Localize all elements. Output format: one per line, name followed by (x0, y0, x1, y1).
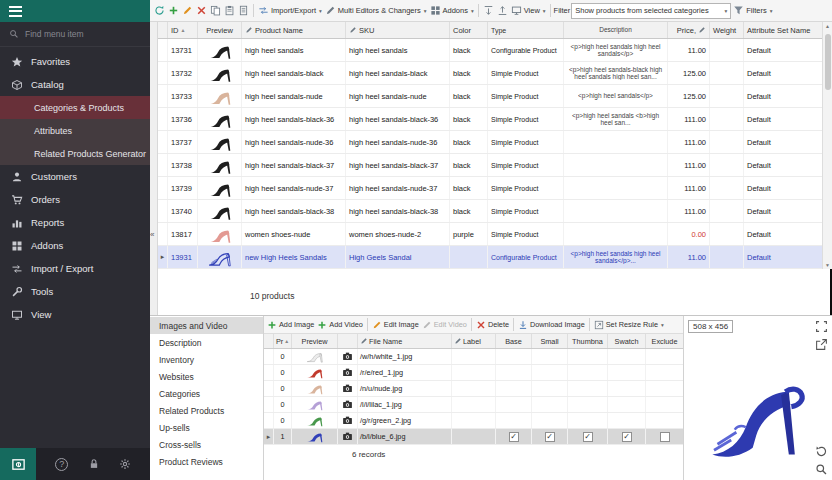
sidebar-item-categories-products[interactable]: Categories & Products (0, 96, 150, 119)
col-product-name[interactable]: Product Name (242, 22, 346, 38)
paste-button[interactable] (223, 4, 236, 17)
table-row[interactable]: 13737high heel sandals-nude-36high heel … (158, 131, 822, 154)
collapse-all-button[interactable] (496, 4, 509, 17)
image-row[interactable]: 0/g/r/green_2.jpg (264, 413, 683, 429)
delete-image-button[interactable]: Delete (475, 319, 510, 331)
image-row[interactable]: ▸1/b/l/blue_6.jpg✓✓✓✓ (264, 429, 683, 445)
col-label[interactable]: Label (452, 334, 496, 348)
table-row[interactable]: 13736high heel sandals-black-36high heel… (158, 108, 822, 131)
view-menu[interactable]: View▾ (510, 4, 547, 17)
multi-editors-menu[interactable]: Multi Editors & Changers▾ (324, 4, 428, 17)
image-row[interactable]: 0/n/u/nude.jpg (264, 381, 683, 397)
add-image-button[interactable]: Add Image (266, 319, 315, 331)
sidebar-item-reports[interactable]: Reports (0, 211, 150, 234)
tab-images-and-video[interactable]: Images and Video (150, 317, 263, 334)
sidebar-item-tools[interactable]: Tools (0, 280, 150, 303)
gear-icon[interactable] (119, 458, 131, 470)
tab-cross-sells[interactable]: Cross-sells (150, 436, 263, 453)
help-icon[interactable]: ? (55, 458, 68, 471)
col-id[interactable]: ID▲ (168, 22, 198, 38)
category-filter-select[interactable]: Show products from selected categories▾ (571, 3, 731, 19)
import-export-menu[interactable]: Import/Export▾ (257, 4, 323, 17)
col-description[interactable]: Description (564, 22, 668, 38)
expand-all-button[interactable] (482, 4, 495, 17)
tab-up-sells[interactable]: Up-sells (150, 419, 263, 436)
scroll-up-icon[interactable]: ▲ (823, 23, 832, 29)
col-image-preview[interactable]: Preview (292, 334, 338, 348)
checkbox[interactable] (660, 432, 670, 442)
tab-inventory[interactable]: Inventory (150, 351, 263, 368)
monitor-icon (511, 5, 522, 16)
table-row[interactable]: 13817women shoes-nudewomen shoes-nude-2p… (158, 223, 822, 246)
sidebar-item-addons[interactable]: Addons (0, 234, 150, 257)
sidebar-item-import-export[interactable]: Import / Export (0, 257, 150, 280)
col-position[interactable]: Pr▲ (274, 334, 292, 348)
hamburger-menu-icon[interactable] (9, 6, 22, 17)
table-row[interactable]: 13740high heel sandals-black-38high heel… (158, 200, 822, 223)
sidebar-item-orders[interactable]: Orders (0, 188, 150, 211)
cell-price: 11.00 (668, 39, 710, 61)
image-row[interactable]: 0/w/h/white_1.jpg (264, 349, 683, 365)
columns-button[interactable] (237, 4, 250, 17)
image-row[interactable]: 0/r/e/red_1.jpg (264, 365, 683, 381)
sidebar-item-catalog[interactable]: Catalog (0, 73, 150, 96)
col-exclude[interactable]: Exclude (646, 334, 683, 348)
col-color[interactable]: Color (450, 22, 488, 38)
set-resize-rule-button[interactable]: Set Resize Rule▾ (593, 319, 665, 331)
add-video-button[interactable]: Add Video (316, 319, 364, 331)
grid-scrollbar[interactable]: ▲ ▼ (822, 22, 832, 269)
col-file-name[interactable]: File Name (358, 334, 452, 348)
table-row[interactable]: 13738high heel sandals-black-37high heel… (158, 154, 822, 177)
delete-product-button[interactable] (195, 4, 208, 17)
filters-button[interactable]: Filters▾ (732, 4, 773, 17)
col-sku[interactable]: SKU (346, 22, 450, 38)
checkbox[interactable]: ✓ (583, 432, 593, 442)
col-weight[interactable]: Weight (710, 22, 744, 38)
image-row[interactable]: 0/l/i/lilac_1.jpg (264, 397, 683, 413)
open-external-icon[interactable] (815, 338, 828, 351)
table-row[interactable]: 13731high heel sandalshigh heel sandalsb… (158, 39, 822, 62)
col-preview[interactable]: Preview (198, 22, 242, 38)
col-base[interactable]: Base (496, 334, 532, 348)
table-row[interactable]: 13733high heel sandals-nudehigh heel san… (158, 85, 822, 108)
col-attribute-set[interactable]: Attribute Set Name (744, 22, 822, 38)
col-type[interactable]: Type (488, 22, 564, 38)
table-row[interactable]: 13732high heel sandals-blackhigh heel sa… (158, 62, 822, 85)
add-product-button[interactable] (167, 4, 180, 17)
table-row[interactable]: ▸13931new High Heels SandalsHigh Geels S… (158, 246, 822, 269)
rotate-icon[interactable] (815, 445, 828, 458)
download-image-button[interactable]: Download Image (517, 319, 586, 331)
refresh-button[interactable] (153, 4, 166, 17)
lock-icon[interactable] (88, 458, 100, 470)
tab-websites[interactable]: Websites (150, 368, 263, 385)
tab-related-products[interactable]: Related Products (150, 402, 263, 419)
collapse-panel-handle[interactable]: « (150, 22, 158, 315)
checkbox[interactable]: ✓ (545, 432, 555, 442)
sidebar-item-customers[interactable]: Customers (0, 165, 150, 188)
store-button[interactable] (0, 448, 36, 480)
col-swatch[interactable]: Swatch (608, 334, 646, 348)
scrollbar-thumb[interactable] (825, 34, 831, 90)
tab-description[interactable]: Description (150, 334, 263, 351)
col-small[interactable]: Small (532, 334, 568, 348)
copy-button[interactable] (209, 4, 222, 17)
tab-product-reviews[interactable]: Product Reviews (150, 453, 263, 470)
sidebar-search[interactable]: Find menu item (0, 22, 150, 47)
sidebar-item-view[interactable]: View (0, 303, 150, 326)
addons-menu[interactable]: Addons▾ (429, 4, 475, 17)
checkbox[interactable]: ✓ (509, 432, 519, 442)
sidebar-item-related-products-generator[interactable]: Related Products Generator (0, 142, 150, 165)
zoom-icon[interactable] (815, 463, 828, 476)
col-price[interactable]: Price, (668, 22, 710, 38)
scroll-down-icon[interactable]: ▼ (823, 262, 832, 268)
sidebar-item-favorites[interactable]: Favorites (0, 50, 150, 73)
sidebar-item-attributes[interactable]: Attributes (0, 119, 150, 142)
edit-image-button[interactable]: Edit Image (371, 319, 420, 331)
table-row[interactable]: 13739high heel sandals-nude-37high heel … (158, 177, 822, 200)
edit-product-button[interactable] (181, 4, 194, 17)
col-thumbnail[interactable]: Thumbna (568, 334, 608, 348)
checkbox[interactable]: ✓ (622, 432, 632, 442)
cell-price: 0.00 (668, 223, 710, 245)
tab-categories[interactable]: Categories (150, 385, 263, 402)
fullscreen-icon[interactable] (815, 320, 828, 333)
